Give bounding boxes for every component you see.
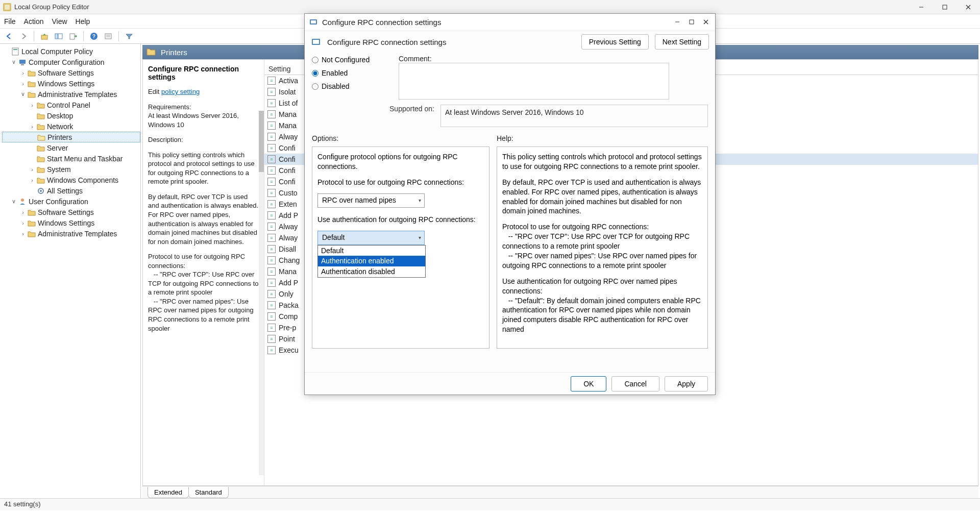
auth-option-disabled[interactable]: Authentication disabled [318, 266, 425, 277]
dialog-maximize-button[interactable] [689, 18, 695, 27]
collapse-icon[interactable]: ∨ [10, 59, 17, 65]
minimize-button[interactable] [910, 0, 933, 14]
auth-dropdown-list[interactable]: Default Authentication enabled Authentic… [317, 245, 426, 278]
svg-rect-17 [19, 60, 26, 64]
tree-root[interactable]: Local Computer Policy [2, 46, 140, 57]
auth-option-enabled[interactable]: Authentication enabled [318, 256, 425, 266]
computer-icon [18, 58, 27, 66]
tree-pane[interactable]: Local Computer Policy ∨Computer Configur… [0, 44, 141, 498]
auth-dropdown[interactable]: Default ▾ Default Authentication enabled… [317, 231, 425, 245]
tree-software-settings[interactable]: ›Software Settings [2, 67, 140, 78]
close-button[interactable] [957, 0, 980, 14]
expand-icon[interactable]: › [19, 81, 27, 87]
folder-icon [37, 165, 45, 174]
radio-disabled[interactable]: Disabled [312, 82, 383, 90]
tree-all-settings[interactable]: All Settings [2, 185, 140, 196]
tree-computer-config[interactable]: ∨Computer Configuration [2, 57, 140, 67]
description-label: Description: [148, 135, 259, 144]
policy-item-icon: ≡ [267, 234, 276, 242]
radio-enabled[interactable]: Enabled [312, 69, 383, 77]
menu-help[interactable]: Help [76, 17, 90, 26]
policy-icon [311, 37, 321, 47]
previous-setting-button[interactable]: Previous Setting [581, 34, 649, 50]
tree-network[interactable]: ›Network [2, 121, 140, 132]
svg-rect-29 [313, 40, 319, 44]
toolbar-separator [34, 31, 34, 41]
expand-icon[interactable]: › [29, 124, 36, 130]
options-intro: Configure protocol options for outgoing … [317, 152, 484, 171]
tree-start-menu[interactable]: Start Menu and Taskbar [2, 153, 140, 164]
collapse-icon[interactable]: ∨ [19, 91, 27, 97]
cancel-button[interactable]: Cancel [611, 376, 659, 391]
tree-user-software[interactable]: ›Software Settings [2, 207, 140, 217]
policy-item-icon: ≡ [267, 144, 276, 152]
auth-option-default[interactable]: Default [318, 246, 425, 256]
requirements-label: Requirements: [148, 103, 191, 111]
export-list-button[interactable] [67, 30, 79, 42]
dialog-titlebar[interactable]: Configure RPC connection settings [305, 14, 715, 31]
comment-label: Comment: [399, 55, 445, 63]
tab-extended[interactable]: Extended [148, 487, 189, 498]
dialog-close-button[interactable] [703, 18, 709, 27]
tree-system[interactable]: ›System [2, 164, 140, 175]
menu-file[interactable]: File [4, 17, 16, 26]
expand-icon[interactable]: › [29, 102, 36, 108]
options-label: Options: [312, 134, 489, 142]
menu-view[interactable]: View [52, 17, 67, 26]
expand-icon[interactable]: › [29, 177, 36, 183]
tab-standard[interactable]: Standard [188, 487, 229, 498]
tree-windows-components[interactable]: ›Windows Components [2, 175, 140, 185]
policy-item-icon: ≡ [267, 245, 276, 253]
policy-item-icon: ≡ [267, 346, 276, 354]
folder-open-icon [37, 133, 45, 141]
tree-server[interactable]: Server [2, 142, 140, 153]
expand-icon[interactable]: › [19, 231, 27, 237]
tree-desktop[interactable]: Desktop [2, 110, 140, 121]
scrollbar[interactable] [259, 111, 264, 475]
tree-windows-settings[interactable]: ›Windows Settings [2, 78, 140, 89]
svg-rect-23 [311, 20, 316, 23]
policy-item-icon: ≡ [267, 88, 276, 96]
back-button[interactable] [3, 30, 15, 42]
apply-button[interactable]: Apply [665, 376, 708, 391]
radio-not-configured[interactable]: Not Configured [312, 56, 383, 64]
forward-button[interactable] [17, 30, 30, 42]
ok-button[interactable]: OK [571, 376, 606, 391]
policy-item-icon: ≡ [267, 200, 276, 208]
next-setting-button[interactable]: Next Setting [655, 34, 709, 50]
svg-point-21 [21, 199, 24, 202]
tree-user-config[interactable]: ∨User Configuration [2, 196, 140, 207]
filter-button[interactable] [123, 30, 135, 42]
show-hide-tree-button[interactable] [53, 30, 65, 42]
folder-icon [37, 176, 45, 184]
tree-admin-templates[interactable]: ∨Administrative Templates [2, 89, 140, 100]
policy-item-icon: ≡ [267, 121, 276, 130]
tree-control-panel[interactable]: ›Control Panel [2, 100, 140, 110]
policy-item-icon: ≡ [267, 99, 276, 107]
maximize-button[interactable] [933, 0, 957, 14]
description-1: This policy setting controls which proto… [148, 151, 259, 186]
edit-policy-link[interactable]: policy setting [161, 88, 200, 95]
properties-button[interactable] [102, 30, 114, 42]
auth-label: Use authentication for outgoing RPC conn… [317, 215, 484, 225]
dialog-subtitle: Configure RPC connection settings [327, 38, 575, 46]
folder-icon [37, 112, 45, 120]
dialog-minimize-button[interactable] [674, 18, 680, 27]
tree-user-admin[interactable]: ›Administrative Templates [2, 228, 140, 239]
tree-printers[interactable]: Printers [2, 132, 140, 142]
collapse-icon[interactable]: ∨ [10, 198, 17, 205]
help-button[interactable]: ? [88, 30, 100, 42]
menu-action[interactable]: Action [24, 17, 44, 26]
expand-icon[interactable]: › [29, 166, 36, 173]
protocol-dropdown[interactable]: RPC over named pipes ▾ [317, 193, 425, 208]
expand-icon[interactable]: › [19, 220, 27, 226]
expand-icon[interactable]: › [19, 209, 27, 215]
settings-icon [37, 187, 45, 195]
policy-item-icon: ≡ [267, 189, 276, 197]
expand-icon[interactable]: › [19, 70, 27, 76]
up-button[interactable] [38, 30, 51, 42]
comment-textbox[interactable] [399, 63, 669, 100]
toolbar-separator [83, 31, 84, 41]
tree-user-windows[interactable]: ›Windows Settings [2, 217, 140, 228]
folder-title: Printers [161, 48, 187, 57]
